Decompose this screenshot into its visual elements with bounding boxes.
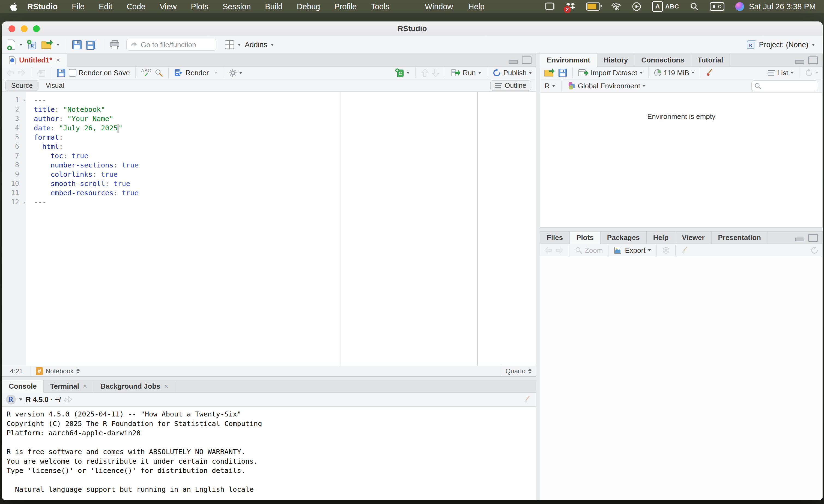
files-tab[interactable]: Packages <box>601 232 647 244</box>
run-next-icon[interactable] <box>432 69 439 77</box>
dropbox-icon[interactable]: 2 <box>566 2 575 11</box>
outline-toggle-button[interactable]: Outline <box>490 81 531 91</box>
print-button[interactable] <box>109 40 120 50</box>
chevron-down-icon[interactable] <box>639 72 643 74</box>
files-tab[interactable]: Help <box>647 232 675 244</box>
remove-plot-icon[interactable] <box>662 247 670 254</box>
memory-usage-button[interactable]: 119 MiB <box>654 69 695 77</box>
line-number[interactable]: 11 <box>2 188 26 198</box>
previous-plot-icon[interactable] <box>544 247 552 254</box>
render-button[interactable]: Render <box>174 69 209 77</box>
minimize-pane-icon[interactable] <box>509 60 518 64</box>
clear-environment-icon[interactable] <box>706 69 714 77</box>
chevron-down-icon[interactable] <box>214 72 217 74</box>
wifi-off-icon[interactable] <box>611 2 621 11</box>
line-number[interactable]: 4 <box>2 123 26 133</box>
tab-close-icon[interactable]: × <box>83 382 87 391</box>
menu-item[interactable]: View <box>160 2 177 11</box>
environment-search-input[interactable] <box>763 82 811 90</box>
display-mirroring-icon[interactable] <box>545 2 555 11</box>
code-lines[interactable]: ---title: "Notebook"author: "Your Name"d… <box>26 92 536 366</box>
run-button[interactable]: Run <box>451 69 481 77</box>
files-tab[interactable]: Files <box>540 232 570 244</box>
tab-close-icon[interactable]: × <box>56 56 60 65</box>
new-project-button[interactable]: R <box>26 39 37 50</box>
line-number[interactable]: 10 <box>2 179 26 188</box>
chunk-selector[interactable]: # Notebook <box>31 367 85 375</box>
clear-all-plots-icon[interactable] <box>681 246 689 254</box>
console-tab[interactable]: Console <box>2 380 44 393</box>
menu-item[interactable]: Build <box>265 2 283 11</box>
chevron-down-icon[interactable] <box>648 249 651 251</box>
line-number[interactable]: 3 <box>2 114 26 123</box>
chevron-down-icon[interactable] <box>19 44 23 46</box>
import-dataset-button[interactable]: Import Dataset <box>578 69 643 77</box>
maximize-pane-icon[interactable] <box>808 56 818 64</box>
menu-item[interactable]: Window <box>425 2 453 11</box>
new-file-button[interactable] <box>7 39 23 50</box>
save-workspace-icon[interactable] <box>558 69 567 77</box>
console-tab[interactable]: Background Jobs × <box>94 380 175 392</box>
environment-tab[interactable]: Connections <box>635 54 691 66</box>
line-number[interactable]: 1▾ <box>2 96 26 105</box>
line-number[interactable]: 5 <box>2 133 26 142</box>
document-options-gear-icon[interactable] <box>229 69 242 77</box>
spellcheck-icon[interactable]: ABC ✓ <box>141 69 151 78</box>
code-editor[interactable]: 1▾23456789101112▴ ---title: "Notebook"au… <box>2 92 536 366</box>
fold-toggle-icon[interactable]: ▴ <box>23 198 26 207</box>
menu-bar-clock[interactable]: Sat Jul 26 3:38 PM <box>749 2 816 11</box>
save-button[interactable] <box>72 40 82 50</box>
workspace-panes-button[interactable] <box>224 40 241 49</box>
insert-chunk-button[interactable]: C <box>395 68 410 78</box>
fold-toggle-icon[interactable]: ▾ <box>23 96 26 105</box>
menu-item[interactable]: Edit <box>99 2 112 11</box>
project-menu-button[interactable]: R Project: (None) <box>746 40 815 50</box>
chevron-down-icon[interactable] <box>407 72 410 74</box>
publish-button[interactable]: Publish <box>493 69 532 77</box>
console-output[interactable]: R version 4.5.0 (2025-04-11) -- "How Abo… <box>2 407 536 500</box>
spotlight-search-icon[interactable] <box>690 2 699 11</box>
chevron-down-icon[interactable] <box>478 72 481 74</box>
files-tab[interactable]: Viewer <box>675 232 711 244</box>
goto-file-search[interactable] <box>126 39 216 51</box>
menu-item[interactable]: Code <box>127 2 145 11</box>
addins-button[interactable]: Addins <box>245 41 274 49</box>
environment-tab[interactable]: History <box>597 54 635 66</box>
maximize-pane-icon[interactable] <box>522 56 531 64</box>
forward-icon[interactable] <box>17 69 26 77</box>
visual-mode-button[interactable]: Visual <box>40 81 70 91</box>
document-format-selector[interactable]: Quarto <box>501 366 536 376</box>
source-mode-button[interactable]: Source <box>5 80 38 91</box>
zoom-plot-button[interactable]: Zoom <box>575 246 603 255</box>
screen-recording-icon[interactable] <box>632 2 641 11</box>
tab-untitled1[interactable]: Untitled1* × <box>2 54 67 67</box>
goto-directory-icon[interactable] <box>64 396 72 403</box>
open-in-new-window-icon[interactable] <box>37 69 45 77</box>
line-number[interactable]: 9 <box>2 170 26 179</box>
save-all-button[interactable] <box>86 39 97 50</box>
chevron-down-icon[interactable] <box>19 398 22 401</box>
menu-item[interactable]: Plots <box>191 2 208 11</box>
apple-menu-icon[interactable] <box>10 2 17 11</box>
chevron-down-icon[interactable] <box>691 72 695 74</box>
load-workspace-icon[interactable] <box>544 68 555 78</box>
console-tab[interactable]: Terminal × <box>44 380 94 392</box>
chevron-down-icon[interactable] <box>815 72 819 74</box>
battery-icon[interactable] <box>586 2 600 11</box>
save-document-icon[interactable] <box>57 69 66 77</box>
tab-close-icon[interactable]: × <box>164 382 168 391</box>
siri-icon[interactable] <box>735 2 744 11</box>
files-tab[interactable]: Plots <box>570 232 601 244</box>
chevron-down-icon[interactable] <box>271 44 274 46</box>
clear-console-icon[interactable] <box>524 395 532 404</box>
files-tab[interactable]: Presentation <box>712 232 768 244</box>
chevron-down-icon[interactable] <box>791 72 794 74</box>
environment-search[interactable] <box>751 81 818 91</box>
refresh-environment-icon[interactable] <box>805 69 819 77</box>
engine-selector[interactable]: R <box>545 82 555 90</box>
export-plot-button[interactable]: Export <box>614 246 651 255</box>
chevron-down-icon[interactable] <box>552 85 555 87</box>
chevron-down-icon[interactable] <box>238 44 241 46</box>
list-view-button[interactable]: List <box>768 69 794 77</box>
chevron-down-icon[interactable] <box>57 44 60 46</box>
